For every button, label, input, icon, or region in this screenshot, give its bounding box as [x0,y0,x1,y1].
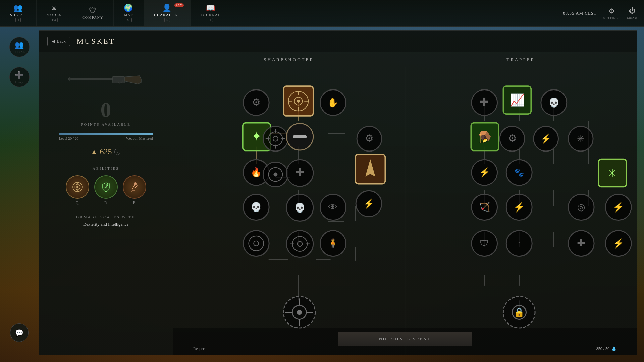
settings-label: SETTINGS [603,16,621,20]
svg-text:◎: ◎ [577,202,585,212]
abilities-section: ABILITIES [46,166,166,208]
time-display: 08:55 AM CEST [563,11,597,16]
node-ss-3-4[interactable]: ⚡ [356,191,382,217]
top-nav: 👥 SOCIAL O ⚔ MODES F4 🛡 COMPANY 🌍 MAP M … [0,0,644,27]
svg-text:🏹: 🏹 [479,202,490,213]
svg-text:✳: ✳ [608,167,617,179]
svg-text:⚡: ⚡ [479,167,490,178]
back-arrow-icon: ◀ [52,39,55,44]
back-label: Back [57,39,66,44]
node-ss-15-3[interactable] [263,162,288,187]
ability-slot-q: Q [66,175,89,205]
svg-point-5 [76,186,78,188]
mastery-value: 625 [100,147,112,156]
mastery-triangle-icon: ▲ [91,148,97,155]
node-tr-3-2[interactable]: ✳ [568,126,593,151]
node-tr-4-5[interactable]: ⚡ [605,231,631,256]
node-tr-3-1[interactable]: 💀 [541,90,567,116]
node-ss-2-3[interactable]: ✚ [286,160,313,186]
node-ss-15-2[interactable] [263,126,288,151]
social-nav-key: O [15,18,21,22]
node-ss-wheel[interactable] [283,296,315,328]
node-tr-2-2[interactable]: ⚡ [534,126,558,151]
node-tr-1-5[interactable]: 🛡 [472,231,497,256]
ability-r-icon [100,181,112,193]
node-tr-2-1[interactable]: 📈 [503,86,531,114]
settings-button[interactable]: ⚙ SETTINGS [603,7,621,20]
menu-button[interactable]: ⏻ MENU [627,7,638,19]
node-tr-3-4[interactable]: ◎ [568,194,594,220]
nav-modes[interactable]: ⚔ MODES F4 [37,0,72,26]
node-ss-2-1[interactable] [283,86,313,116]
panel-header: ◀ Back MUSKET [39,31,637,52]
svg-text:✚: ✚ [577,238,585,248]
svg-point-10 [106,184,108,186]
node-ss-1-4[interactable]: 💀 [243,194,269,220]
node-tr-2-5[interactable]: ↑ [506,231,532,256]
node-ss-3-2[interactable]: ⚙ [357,126,382,151]
svg-point-49 [297,100,300,103]
nav-right: 08:55 AM CEST ⚙ SETTINGS ⏻ MENU [556,0,644,26]
node-tr-lock[interactable]: 🔒 [503,296,535,328]
nav-journal[interactable]: 📖 JOURNAL J [191,0,231,26]
node-tr-2-3[interactable]: 🐾 [506,160,532,185]
node-ss-25-4[interactable]: 👁 [320,194,346,220]
svg-text:📈: 📈 [510,93,525,107]
ability-r-key: R [104,200,107,205]
social-button[interactable]: 👥 SOCIAL [9,37,30,57]
group-button[interactable]: ➕ Group [9,67,30,87]
node-ss-1-5[interactable] [243,231,269,256]
svg-text:⚡: ⚡ [613,202,624,213]
nav-social[interactable]: 👥 SOCIAL O [0,0,37,26]
trapper-header: TRAPPER [405,52,637,67]
svg-point-97 [297,310,302,315]
svg-point-2 [68,78,71,80]
no-points-button[interactable]: NO POINTS SPENT [338,332,472,346]
svg-text:🛡: 🛡 [480,238,489,248]
svg-text:✋: ✋ [328,97,339,108]
mastery-help-button[interactable]: ? [114,149,120,155]
chat-button[interactable]: 💬 [10,323,29,342]
node-ss-2-5[interactable] [286,231,313,257]
level-bar-fill [59,133,153,135]
svg-text:💀: 💀 [548,97,560,108]
node-tr-1-3[interactable]: ⚡ [472,160,497,185]
chat-icon: 💬 [15,329,23,337]
node-tr-1-1[interactable]: ✚ [472,90,497,116]
svg-text:✦: ✦ [251,129,262,143]
node-tr-1-4[interactable]: 🏹 [472,194,497,220]
svg-text:⚙: ⚙ [252,97,261,108]
node-ss-3-3[interactable] [356,154,385,184]
nav-company[interactable]: 🛡 COMPANY [72,0,114,26]
modes-nav-icon: ⚔ [51,4,58,12]
node-tr-4-4[interactable]: ⚡ [605,194,631,220]
ability-icon-f[interactable] [123,175,146,199]
node-tr-3-5[interactable]: ✚ [568,231,594,256]
skill-tree-area: ⚙ ✋ [173,67,637,355]
ability-icon-q[interactable] [66,175,89,199]
social-label: SOCIAL [14,50,25,54]
svg-text:🪤: 🪤 [478,130,492,144]
node-ss-3-1[interactable]: ✋ [320,90,346,116]
node-ss-1-1[interactable]: ⚙ [243,90,269,116]
node-ss-2-4[interactable]: 💀 [286,194,313,221]
group-icon: ➕ [15,71,24,79]
node-ss-2-2[interactable] [286,123,313,150]
node-tr-15-2[interactable]: ⚙ [500,126,525,151]
svg-text:⚡: ⚡ [514,202,525,213]
level-text: Level 20 / 20 [59,136,78,140]
nav-character[interactable]: 377 👤 CHARACTER K [144,0,191,26]
level-bar-bg [59,133,153,135]
back-button[interactable]: ◀ Back [47,37,70,46]
respec-label: Respec [193,346,205,351]
svg-text:⚡: ⚡ [540,133,552,144]
map-nav-label: MAP [124,13,133,17]
nav-map[interactable]: 🌍 MAP M [114,0,144,26]
svg-text:✚: ✚ [480,96,489,108]
node-tr-1-2[interactable]: 🪤 [471,123,499,151]
ability-icon-r[interactable] [94,175,118,199]
node-tr-2-4[interactable]: ⚡ [506,194,532,220]
points-display: 0 POINTS AVAILABLE [81,99,131,126]
node-ss-25-5[interactable]: 🧍 [320,231,346,256]
node-tr-3-3[interactable]: ✳ [598,159,626,187]
